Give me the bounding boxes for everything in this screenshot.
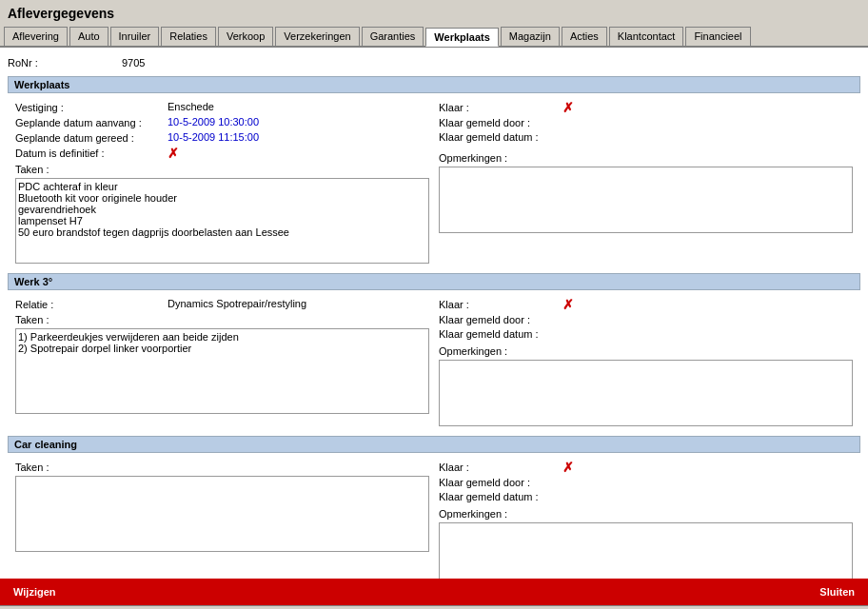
bottom-bar: Wijzigen Sluiten bbox=[0, 579, 868, 605]
ronr-row: RoNr : 9705 bbox=[8, 53, 860, 72]
section-header-werk3: Werk 3° bbox=[8, 273, 860, 290]
werk3-klaar-cross: ✗ bbox=[562, 298, 574, 311]
vestiging-row: Vestiging : Enschede bbox=[15, 101, 429, 113]
taken-label-row: Taken : bbox=[15, 163, 429, 175]
tab-acties[interactable]: Acties bbox=[562, 27, 607, 46]
main-content: RoNr : 9705 Werkplaats Vestiging : Ensch… bbox=[0, 48, 868, 579]
werkplaats-taken-textarea[interactable] bbox=[15, 178, 429, 264]
tab-garanties[interactable]: Garanties bbox=[362, 27, 424, 46]
car-cleaning-right: Klaar : ✗ Klaar gemeld door : Klaar geme… bbox=[439, 461, 853, 579]
datum-definitief-row: Datum is definitief : ✗ bbox=[15, 147, 429, 160]
datum-definitief-cross: ✗ bbox=[168, 147, 179, 160]
werkplaats-right: Klaar : ✗ Klaar gemeld door : Klaar geme… bbox=[439, 101, 853, 265]
klaar-row: Klaar : ✗ bbox=[439, 101, 853, 114]
relatie-row: Relatie : Dynamics Spotrepair/restyling bbox=[15, 298, 429, 310]
tab-bar: AfleveringAutoInruilerRelatiesVerkoopVer… bbox=[0, 25, 868, 48]
section-header-werkplaats: Werkplaats bbox=[8, 76, 860, 93]
tab-magazijn[interactable]: Magazijn bbox=[501, 27, 560, 46]
section-header-car-cleaning: Car cleaning bbox=[8, 436, 860, 453]
werkplaats-opmerkingen-textarea[interactable] bbox=[439, 167, 853, 233]
geplande-gereed-row: Geplande datum gereed : 10-5-2009 11:15:… bbox=[15, 131, 429, 144]
car-cleaning-taken-textarea[interactable] bbox=[15, 476, 429, 552]
werk3-taken-label-row: Taken : bbox=[15, 313, 429, 325]
tab-financieel[interactable]: Financieel bbox=[685, 27, 750, 46]
tab-verkoop[interactable]: Verkoop bbox=[218, 27, 273, 46]
status-bar: Gereed Internet 100% ▼ bbox=[0, 605, 868, 609]
car-cleaning-klaar-gemeld-door-row: Klaar gemeld door : bbox=[439, 477, 853, 488]
werk3-opmerkingen-textarea[interactable] bbox=[439, 360, 853, 426]
sluiten-button[interactable]: Sluiten bbox=[814, 584, 860, 599]
car-cleaning-opmerkingen-textarea[interactable] bbox=[439, 522, 853, 579]
tab-inruiler[interactable]: Inruiler bbox=[110, 27, 160, 46]
tab-verzekeringen[interactable]: Verzekeringen bbox=[275, 27, 359, 46]
tab-werkplaats[interactable]: Werkplaats bbox=[425, 28, 499, 47]
werk3-right: Klaar : ✗ Klaar gemeld door : Klaar geme… bbox=[439, 298, 853, 428]
geplande-aanvang-row: Geplande datum aanvang : 10-5-2009 10:30… bbox=[15, 116, 429, 128]
tab-relaties[interactable]: Relaties bbox=[161, 27, 216, 46]
section-body-werk3: Relatie : Dynamics Spotrepair/restyling … bbox=[8, 294, 860, 432]
car-cleaning-klaar-cross: ✗ bbox=[562, 461, 574, 474]
werkplaats-left: Vestiging : Enschede Geplande datum aanv… bbox=[15, 101, 429, 265]
tab-auto[interactable]: Auto bbox=[69, 27, 108, 46]
klaar-gemeld-datum-row: Klaar gemeld datum : bbox=[439, 131, 853, 143]
car-cleaning-klaar-gemeld-datum-row: Klaar gemeld datum : bbox=[439, 491, 853, 502]
werk3-taken-textarea[interactable] bbox=[15, 328, 429, 414]
tab-klantcontact[interactable]: Klantcontact bbox=[609, 27, 684, 46]
werk3-klaar-gemeld-datum-row: Klaar gemeld datum : bbox=[439, 328, 853, 340]
klaar-cross: ✗ bbox=[562, 101, 574, 114]
car-cleaning-taken-label-row: Taken : bbox=[15, 461, 429, 473]
car-cleaning-opmerkingen-label-row: Opmerkingen : bbox=[439, 508, 853, 520]
section-body-car-cleaning: Taken : Klaar : ✗ Klaar gemeld door : Kl… bbox=[8, 457, 860, 579]
werk3-opmerkingen-label-row: Opmerkingen : bbox=[439, 345, 853, 357]
title-bar: Aflevergegevens bbox=[0, 0, 868, 25]
section-body-werkplaats: Vestiging : Enschede Geplande datum aanv… bbox=[8, 97, 860, 269]
ronr-value: 9705 bbox=[122, 57, 145, 69]
opmerkingen-label-row: Opmerkingen : bbox=[439, 152, 853, 164]
car-cleaning-klaar-row: Klaar : ✗ bbox=[439, 461, 853, 474]
ronr-label: RoNr : bbox=[8, 57, 122, 69]
klaar-gemeld-door-row: Klaar gemeld door : bbox=[439, 117, 853, 128]
werk3-klaar-row: Klaar : ✗ bbox=[439, 298, 853, 311]
car-cleaning-left: Taken : bbox=[15, 461, 429, 579]
window-title: Aflevergegevens bbox=[8, 6, 114, 21]
wijzigen-button[interactable]: Wijzigen bbox=[8, 584, 62, 599]
werk3-left: Relatie : Dynamics Spotrepair/restyling … bbox=[15, 298, 429, 428]
werk3-klaar-gemeld-door-row: Klaar gemeld door : bbox=[439, 314, 853, 325]
tab-aflevering[interactable]: Aflevering bbox=[4, 27, 68, 46]
